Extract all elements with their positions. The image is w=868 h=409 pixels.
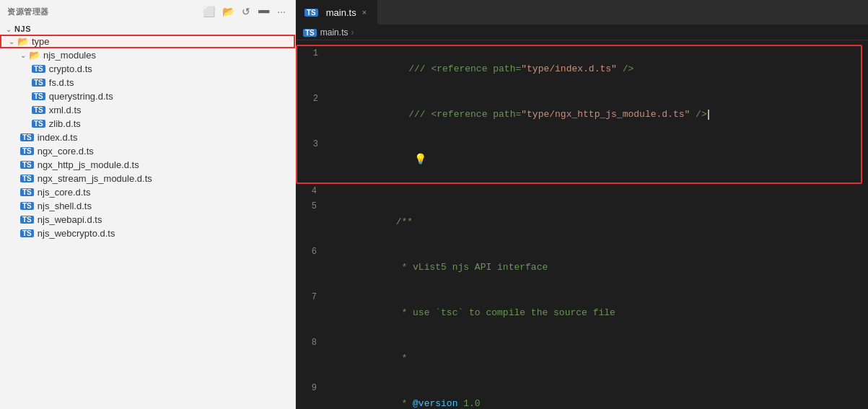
querystring-file-label: querystring.d.ts bbox=[49, 91, 113, 102]
highlighted-code-block: 1 /// <reference path="type/index.d.ts" … bbox=[296, 45, 862, 184]
ts-badge-querystring: TS bbox=[32, 92, 45, 100]
line-number-8: 8 bbox=[296, 335, 328, 351]
line-content-5: /** bbox=[328, 199, 868, 245]
line-number-1: 1 bbox=[297, 46, 330, 61]
ts-badge-ngx-stream: TS bbox=[20, 175, 34, 182]
code-line-6: 6 * vList5 njs API interface bbox=[296, 245, 868, 290]
line-content-9: * @version 1.0 bbox=[328, 381, 868, 409]
editor-area: TS main.ts × TS main.ts › 1 /// <referen bbox=[296, 0, 868, 409]
more-button[interactable]: ··· bbox=[275, 4, 288, 19]
token: /> bbox=[617, 63, 634, 74]
token: * bbox=[396, 398, 413, 409]
list-item[interactable]: TS ngx_stream_js_module.d.ts bbox=[0, 172, 295, 185]
cursor bbox=[708, 110, 709, 120]
code-line-7: 7 * use `tsc` to compile the source file bbox=[296, 290, 868, 335]
list-item[interactable]: TS fs.d.ts bbox=[0, 76, 295, 89]
tree-folder-type[interactable]: ⌄ 📂 type bbox=[0, 35, 295, 48]
list-item[interactable]: TS ngx_core.d.ts bbox=[0, 144, 295, 158]
fs-file-label: fs.d.ts bbox=[49, 77, 74, 88]
sidebar-title: 资源管理器 bbox=[7, 6, 49, 17]
breadcrumb: TS main.ts › bbox=[296, 25, 868, 40]
sidebar-header: 资源管理器 ⬜ 📂 ↺ ➖ ··· bbox=[0, 0, 295, 23]
njs-core-file-label: njs_core.d.ts bbox=[38, 187, 91, 198]
ngx-stream-file-label: ngx_stream_js_module.d.ts bbox=[38, 173, 152, 184]
token: * vList5 njs API interface bbox=[396, 262, 548, 273]
breadcrumb-file: main.ts bbox=[320, 27, 348, 38]
njs-shell-file-label: njs_shell.d.ts bbox=[38, 201, 92, 211]
tab-label: main.ts bbox=[326, 7, 356, 18]
code-line-9: 9 * @version 1.0 bbox=[296, 381, 868, 409]
token: @version bbox=[413, 398, 457, 409]
code-line-4: 4 bbox=[296, 184, 868, 199]
line-content-3: 💡 bbox=[330, 137, 861, 182]
njs-modules-label: njs_modules bbox=[43, 50, 96, 61]
code-line-2: 2 /// <reference path="type/ngx_http_js_… bbox=[297, 92, 861, 137]
list-item[interactable]: TS zlib.d.ts bbox=[0, 117, 295, 131]
list-item[interactable]: TS crypto.d.ts bbox=[0, 62, 295, 76]
sidebar: 资源管理器 ⬜ 📂 ↺ ➖ ··· ⌄ NJS ⌄ 📂 type bbox=[0, 0, 296, 409]
code-line-8: 8 * bbox=[296, 335, 868, 381]
token: 1.0 bbox=[457, 398, 480, 409]
type-folder-icon: 📂 bbox=[17, 36, 29, 47]
line-number-5: 5 bbox=[296, 199, 328, 214]
token: "type/index.d.ts" bbox=[521, 63, 617, 74]
line-content-1: /// <reference path="type/index.d.ts" /> bbox=[330, 46, 861, 92]
tree-folder-njs-modules[interactable]: ⌄ 📂 njs_modules bbox=[0, 48, 295, 62]
tree-root-njs[interactable]: ⌄ NJS bbox=[0, 23, 295, 35]
njs-arrow-icon: ⌄ bbox=[3, 25, 14, 33]
list-item[interactable]: TS ngx_http_js_module.d.ts bbox=[0, 158, 295, 172]
list-item[interactable]: TS index.d.ts bbox=[0, 131, 295, 144]
ts-badge-xml: TS bbox=[32, 106, 45, 114]
list-item[interactable]: TS njs_webcrypto.d.ts bbox=[0, 227, 295, 240]
code-line-1: 1 /// <reference path="type/index.d.ts" … bbox=[297, 46, 861, 92]
list-item[interactable]: TS xml.d.ts bbox=[0, 103, 295, 117]
code-line-3: 3 💡 bbox=[297, 137, 861, 182]
list-item[interactable]: TS querystring.d.ts bbox=[0, 89, 295, 103]
ngx-core-file-label: ngx_core.d.ts bbox=[38, 146, 94, 157]
new-folder-button[interactable]: 📂 bbox=[220, 4, 237, 19]
token: * bbox=[396, 353, 408, 364]
index-file-label: index.d.ts bbox=[38, 132, 78, 143]
line-number-7: 7 bbox=[296, 290, 328, 305]
crypto-file-label: crypto.d.ts bbox=[49, 63, 92, 74]
lightbulb-icon[interactable]: 💡 bbox=[414, 154, 426, 165]
ts-badge-ngx-core: TS bbox=[20, 147, 34, 155]
ts-badge-ngx-http: TS bbox=[20, 161, 34, 169]
code-editor[interactable]: 1 /// <reference path="type/index.d.ts" … bbox=[296, 40, 868, 409]
tab-main-ts[interactable]: TS main.ts × bbox=[296, 0, 377, 25]
list-item[interactable]: TS njs_webapi.d.ts bbox=[0, 213, 295, 227]
njs-modules-folder-icon: 📂 bbox=[29, 50, 40, 61]
file-tree: ⌄ NJS ⌄ 📂 type ⌄ 📂 njs_modules TS crypto… bbox=[0, 23, 295, 409]
line-number-9: 9 bbox=[296, 381, 328, 396]
list-item[interactable]: TS njs_core.d.ts bbox=[0, 185, 295, 199]
njs-webcrypto-file-label: njs_webcrypto.d.ts bbox=[38, 228, 115, 239]
njs-label: NJS bbox=[14, 25, 31, 33]
njs-modules-arrow-icon: ⌄ bbox=[17, 51, 29, 59]
tab-ts-badge: TS bbox=[304, 9, 318, 17]
zlib-file-label: zlib.d.ts bbox=[49, 118, 81, 129]
sidebar-actions: ⬜ 📂 ↺ ➖ ··· bbox=[201, 4, 288, 19]
line-content-7: * use `tsc` to compile the source file bbox=[328, 290, 868, 335]
line-content-2: /// <reference path="type/ngx_http_js_mo… bbox=[330, 92, 861, 137]
new-file-button[interactable]: ⬜ bbox=[201, 4, 217, 19]
ts-badge-fs: TS bbox=[32, 79, 45, 87]
breadcrumb-ts-badge: TS bbox=[303, 29, 317, 37]
token: /** bbox=[396, 216, 413, 227]
list-item[interactable]: TS njs_shell.d.ts bbox=[0, 199, 295, 213]
token: /> bbox=[690, 109, 706, 120]
refresh-button[interactable]: ↺ bbox=[240, 4, 253, 19]
ts-badge-njs-webcrypto: TS bbox=[20, 229, 34, 237]
token: "type/ngx_http_js_module.d.ts" bbox=[521, 109, 690, 120]
ts-badge-njs-core: TS bbox=[20, 188, 34, 196]
breadcrumb-sep: › bbox=[351, 27, 354, 38]
line-content-8: * bbox=[328, 335, 868, 381]
token: * use `tsc` to compile the source file bbox=[396, 307, 615, 318]
tab-close-button[interactable]: × bbox=[361, 6, 368, 18]
token: /// <reference path= bbox=[408, 109, 521, 120]
code-content: 1 /// <reference path="type/index.d.ts" … bbox=[296, 40, 868, 409]
type-folder-label: type bbox=[32, 36, 50, 47]
ts-badge-crypto: TS bbox=[32, 65, 45, 73]
xml-file-label: xml.d.ts bbox=[49, 105, 82, 115]
code-line-5: 5 /** bbox=[296, 199, 868, 245]
collapse-button[interactable]: ➖ bbox=[255, 4, 272, 19]
